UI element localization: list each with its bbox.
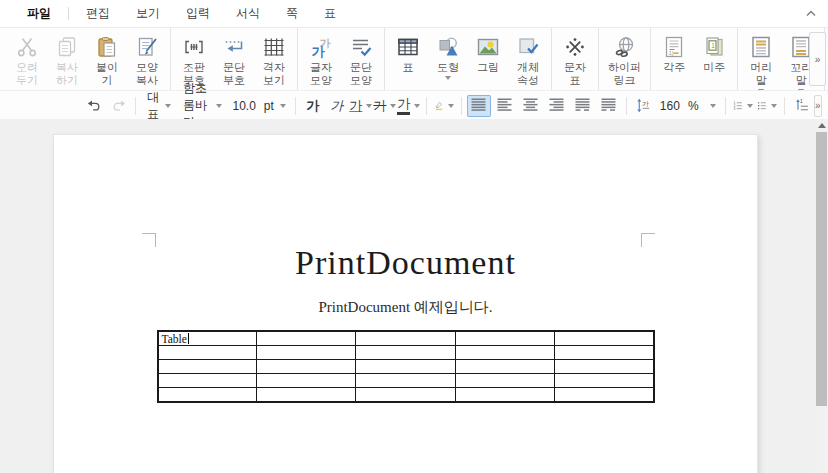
table-cell[interactable] [356, 360, 455, 374]
app-window: 파일편집보기입력서식쪽표 오려 두기복사하기붙이기모양 복사조판 부호문단 부호… [0, 0, 828, 473]
menu-page[interactable]: 쪽 [273, 0, 311, 27]
document-workspace: PrintDocument PrintDocument 예제입니다. Table [0, 119, 828, 473]
align-right-button[interactable] [545, 95, 569, 117]
table-cell[interactable] [158, 374, 257, 388]
table-cell[interactable] [158, 346, 257, 360]
table-cell[interactable] [356, 374, 455, 388]
header-button[interactable]: 머리말 [741, 30, 781, 94]
footnote-icon: 1) [662, 33, 686, 60]
table-cell[interactable]: Table [158, 331, 257, 346]
table-cell[interactable] [356, 331, 455, 346]
toolbar-group: 1)각주1미주 [651, 28, 738, 90]
paste-button[interactable]: 붙이기 [87, 30, 127, 88]
menu-format[interactable]: 서식 [223, 0, 273, 27]
toolbar-button-label: 문단 모양 [350, 61, 372, 87]
picture-button[interactable]: 그림 [468, 30, 508, 75]
table-cell[interactable] [158, 360, 257, 374]
table-cell[interactable] [554, 360, 653, 374]
insert-table-button[interactable]: 표 [388, 30, 428, 75]
bullet-list-button[interactable] [755, 95, 779, 117]
table-cell[interactable] [554, 388, 653, 403]
text-cursor [188, 333, 190, 344]
menu-file[interactable]: 파일 [14, 0, 64, 27]
chevron-down-icon [747, 104, 753, 108]
strikethrough-button[interactable]: 가 [373, 95, 397, 117]
document-table: Table [157, 330, 655, 403]
charmap-button[interactable]: 문자표 [555, 30, 595, 88]
highlight-color-button[interactable] [432, 95, 456, 117]
table-cell[interactable] [455, 374, 554, 388]
menu-view[interactable]: 보기 [123, 0, 173, 27]
underline-button[interactable]: 가 [349, 95, 373, 117]
table-icon [396, 33, 420, 60]
table-cell[interactable] [554, 346, 653, 360]
hyperlink-button[interactable]: 하이퍼링크 [602, 30, 647, 88]
font-size-input[interactable]: 10.0 [228, 99, 259, 113]
document-page[interactable]: PrintDocument PrintDocument 예제입니다. Table [53, 134, 758, 473]
outline-numbering-button[interactable]: 1 [790, 95, 814, 117]
font-select[interactable]: 함초롬바탕 [177, 95, 228, 117]
italic-button[interactable]: 가 [325, 95, 349, 117]
table-cell[interactable] [257, 346, 356, 360]
shapes-icon [436, 33, 460, 60]
shapes-button[interactable]: 도형 [428, 30, 468, 81]
table-cell[interactable] [158, 388, 257, 403]
menu-edit[interactable]: 편집 [73, 0, 123, 27]
copy-button[interactable]: 복사하기 [47, 30, 87, 88]
format-toolbar: 대표 함초롬바탕 10.0 pt 가 가 가 가 가 [0, 90, 828, 121]
style-select[interactable]: 대표 [141, 95, 177, 117]
outline-numbering-icon: 1 [793, 97, 810, 114]
cut-button[interactable]: 오려 두기 [7, 30, 47, 88]
line-spacing-button[interactable]: 가 [632, 95, 656, 117]
size-unit-select[interactable]: pt [260, 95, 290, 117]
toolbar-overflow-button[interactable]: » [809, 32, 826, 86]
grid-view-button[interactable]: 격자 보기 [254, 30, 294, 88]
endnote-button[interactable]: 1미주 [694, 30, 734, 75]
table-cell[interactable] [257, 388, 356, 403]
align-distribute-button[interactable] [571, 95, 595, 117]
table-cell[interactable] [455, 388, 554, 403]
object-props-button[interactable]: 개체 속성 [508, 30, 548, 88]
paragraph-marks-button[interactable]: 문단 부호 [214, 30, 254, 88]
chevron-down-icon [710, 104, 716, 108]
chevron-down-icon [445, 76, 451, 80]
redo-button[interactable] [106, 95, 130, 117]
menu-table[interactable]: 표 [311, 0, 349, 27]
format-toolbar-overflow-button[interactable]: » [814, 95, 822, 117]
table-cell[interactable] [554, 331, 653, 346]
table-cell[interactable] [356, 388, 455, 403]
chevron-down-icon [414, 104, 420, 108]
vertical-scrollbar[interactable] [815, 119, 828, 473]
toolbar-group: 오려 두기복사하기붙이기모양 복사 [4, 28, 171, 90]
table-row [158, 374, 654, 388]
font-color-button[interactable]: 가 [397, 95, 421, 117]
menu-input[interactable]: 입력 [173, 0, 223, 27]
table-cell[interactable] [455, 331, 554, 346]
char-shape-button[interactable]: 가가글자 모양 [301, 30, 341, 88]
table-cell[interactable] [554, 374, 653, 388]
align-left-button[interactable] [493, 95, 517, 117]
align-justify-button[interactable] [467, 95, 491, 117]
table-row [158, 346, 654, 360]
bold-button[interactable]: 가 [301, 95, 325, 117]
table-cell[interactable] [455, 346, 554, 360]
format-copy-button[interactable]: 모양 복사 [127, 30, 167, 88]
scroll-up-button[interactable] [815, 119, 828, 132]
line-spacing-value[interactable]: 160 [656, 99, 684, 113]
scrollbar-thumb[interactable] [816, 132, 827, 406]
align-center-button[interactable] [519, 95, 543, 117]
para-shape-button[interactable]: 문단 모양 [341, 30, 381, 88]
line-spacing-icon: 가 [635, 97, 652, 114]
numbered-list-button[interactable]: 123 [731, 95, 755, 117]
line-spacing-unit-select[interactable]: % [684, 95, 720, 117]
table-cell[interactable] [356, 346, 455, 360]
footnote-button[interactable]: 1)각주 [654, 30, 694, 75]
table-cell[interactable] [455, 360, 554, 374]
table-cell[interactable] [257, 331, 356, 346]
undo-button[interactable] [82, 95, 106, 117]
ribbon-collapse-button[interactable] [804, 7, 818, 19]
table-cell[interactable] [257, 360, 356, 374]
table-cell[interactable] [257, 374, 356, 388]
style-value: 대표 [147, 89, 159, 123]
align-divide-button[interactable] [597, 95, 621, 117]
